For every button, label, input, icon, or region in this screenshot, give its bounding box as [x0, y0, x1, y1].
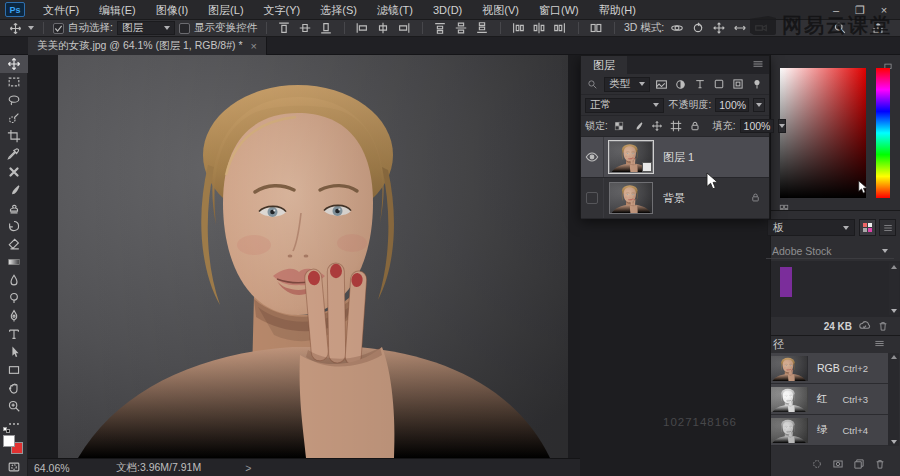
align-left-edges-icon[interactable] [354, 20, 371, 36]
3d-roll-icon[interactable] [689, 20, 706, 36]
menu-edit[interactable]: 编辑(E) [89, 0, 146, 20]
channel-row-rgb[interactable]: RGB Ctrl+2 [771, 353, 888, 384]
align-top-edges-icon[interactable] [276, 20, 293, 36]
3d-slide-icon[interactable] [731, 20, 748, 36]
load-selection-icon[interactable] [811, 456, 823, 474]
3d-orbit-icon[interactable] [668, 20, 685, 36]
restore-button[interactable]: ❐ [848, 4, 872, 17]
opacity-chevron[interactable] [753, 98, 765, 112]
channel-row-red[interactable]: 红 Ctrl+3 [771, 384, 888, 415]
tool-hand[interactable] [0, 379, 28, 397]
show-transform-checkbox[interactable] [179, 23, 190, 34]
auto-select-checkbox[interactable] [53, 23, 64, 34]
filter-adjustment-layers-icon[interactable] [673, 77, 688, 92]
hue-slider[interactable] [876, 68, 890, 198]
tool-quick-selection[interactable] [0, 109, 28, 127]
tool-pen[interactable] [0, 307, 28, 325]
distribute-horizontal-centers-icon[interactable] [531, 20, 548, 36]
lock-position-icon[interactable] [650, 119, 665, 134]
stock-search-field[interactable]: Adobe Stock [766, 243, 894, 259]
photo-canvas[interactable] [58, 55, 568, 458]
tab-paths[interactable]: 径 [773, 337, 784, 352]
fill-value[interactable]: 100% [740, 119, 774, 133]
distribute-bottom-edges-icon[interactable] [474, 20, 491, 36]
share-icon[interactable] [869, 20, 886, 36]
filter-pixel-layers-icon[interactable] [654, 77, 669, 92]
3d-pan-icon[interactable] [710, 20, 727, 36]
blend-mode-dropdown[interactable]: 正常 [585, 98, 664, 113]
library-color-swatch[interactable] [780, 267, 792, 297]
align-right-edges-icon[interactable] [396, 20, 413, 36]
new-channel-icon[interactable] [853, 456, 865, 474]
tab-layers[interactable]: 图层 [581, 56, 627, 74]
tool-eyedropper[interactable] [0, 145, 28, 163]
menu-3d[interactable]: 3D(D) [423, 0, 472, 20]
tool-history-brush[interactable] [0, 217, 28, 235]
tool-rectangle-shape[interactable] [0, 361, 28, 379]
layer-row-layer1[interactable]: 图层 1 [581, 137, 769, 178]
menu-select[interactable]: 选择(S) [310, 0, 367, 20]
layer-name[interactable]: 背景 [663, 191, 685, 206]
lock-artboard-icon[interactable] [669, 119, 684, 134]
tool-zoom[interactable] [0, 397, 28, 415]
distribute-left-edges-icon[interactable] [510, 20, 527, 36]
opacity-value[interactable]: 100% [715, 98, 749, 112]
tool-rectangular-marquee[interactable] [0, 73, 28, 91]
status-expand-arrow[interactable]: > [245, 462, 251, 474]
save-selection-as-channel-icon[interactable] [832, 456, 844, 474]
auto-select-dropdown[interactable]: 图层 [117, 21, 175, 35]
fill-chevron[interactable] [778, 119, 786, 133]
tool-lasso[interactable] [0, 91, 28, 109]
auto-align-layers-icon[interactable] [588, 20, 605, 36]
menu-filter[interactable]: 滤镜(T) [367, 0, 423, 20]
default-colors-icon[interactable] [3, 427, 12, 434]
scrollbar[interactable] [889, 263, 899, 315]
layer-row-background[interactable]: 背景 [581, 178, 769, 219]
filter-type-dropdown[interactable]: 类型 [604, 77, 650, 92]
panel-menu-icon[interactable] [874, 338, 885, 351]
layer-thumbnail[interactable] [609, 182, 653, 214]
distribute-right-edges-icon[interactable] [552, 20, 569, 36]
visibility-toggle[interactable] [581, 137, 604, 177]
zoom-level-field[interactable]: 64.06% [34, 462, 92, 474]
lock-all-icon[interactable] [688, 119, 703, 134]
filter-smart-objects-icon[interactable] [730, 77, 745, 92]
align-bottom-edges-icon[interactable] [318, 20, 335, 36]
tool-type[interactable] [0, 325, 28, 343]
visibility-toggle[interactable] [581, 178, 604, 218]
filter-pin-icon[interactable] [749, 77, 764, 92]
grid-view-button[interactable] [859, 219, 876, 236]
filter-shape-layers-icon[interactable] [711, 77, 726, 92]
layer-name[interactable]: 图层 1 [663, 150, 694, 165]
menu-type[interactable]: 文字(Y) [254, 0, 311, 20]
tool-quick-mask[interactable] [0, 458, 28, 476]
search-icon[interactable] [831, 20, 848, 36]
menu-window[interactable]: 窗口(W) [529, 0, 589, 20]
tool-spot-healing-brush[interactable] [0, 163, 28, 181]
filter-type-layers-icon[interactable] [692, 77, 707, 92]
minimize-button[interactable]: – [824, 4, 848, 16]
distribute-top-edges-icon[interactable] [432, 20, 449, 36]
library-dropdown[interactable]: 板 [767, 219, 855, 236]
channel-row-green[interactable]: 绿 Ctrl+4 [771, 415, 888, 446]
chevron-down-icon[interactable] [28, 26, 34, 30]
tool-move[interactable] [0, 55, 28, 73]
saturation-brightness-field[interactable] [780, 68, 866, 198]
lock-transparent-pixels-icon[interactable] [612, 119, 627, 134]
trash-icon[interactable] [877, 320, 889, 334]
tool-path-selection[interactable] [0, 343, 28, 361]
delete-channel-icon[interactable] [874, 456, 886, 474]
tool-gradient[interactable] [0, 253, 28, 271]
panel-menu-icon[interactable] [752, 58, 764, 72]
menu-help[interactable]: 帮助(H) [589, 0, 646, 20]
close-tab-icon[interactable]: × [251, 40, 257, 52]
menu-image[interactable]: 图像(I) [146, 0, 198, 20]
tool-eraser[interactable] [0, 235, 28, 253]
cloud-sync-icon[interactable] [858, 319, 871, 334]
3d-camera-icon[interactable] [752, 20, 769, 36]
align-horizontal-centers-icon[interactable] [375, 20, 392, 36]
document-tab[interactable]: 美美的女孩.jpg @ 64.1% (图层 1, RGB/8#) * × [28, 37, 267, 55]
menu-layer[interactable]: 图层(L) [198, 0, 253, 20]
tool-crop[interactable] [0, 127, 28, 145]
close-button[interactable]: × [872, 4, 896, 16]
